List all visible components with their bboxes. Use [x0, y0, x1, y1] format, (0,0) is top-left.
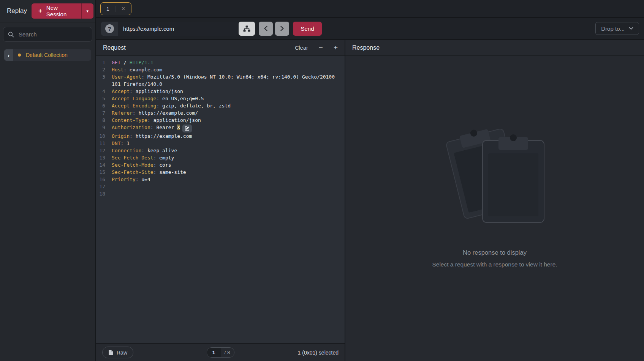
- font-increase-button[interactable]: +: [334, 44, 338, 51]
- code-line[interactable]: 16Priority: u=4: [96, 176, 345, 183]
- header-value-token: Bearer: [156, 125, 174, 130]
- code-line[interactable]: 7Referer: https://example.com/: [96, 109, 345, 117]
- pager-total-label: / 8: [221, 348, 234, 357]
- header-name-token: Connection: [112, 148, 141, 153]
- line-number: 9: [96, 124, 105, 132]
- line-number: 2: [96, 66, 105, 73]
- request-code: 1GET / HTTP/1.12Host: example.com3User-A…: [96, 59, 345, 197]
- header-name-token: Sec-Fetch-Site: [112, 169, 153, 175]
- selection-status: 1 (0x01) selected: [298, 350, 339, 356]
- raw-label: Raw: [117, 350, 127, 356]
- header-name-token: Priority: [112, 177, 136, 182]
- line-number: 12: [96, 147, 105, 154]
- header-value-token: application/json: [153, 117, 201, 123]
- drop-to-label: Drop to...: [601, 25, 625, 32]
- chevron-down-icon: [629, 27, 633, 30]
- code-line[interactable]: 3User-Agent: Mozilla/5.0 (Windows NT 10.…: [96, 73, 345, 88]
- code-line[interactable]: 5Accept-Language: en-US,en;q=0.5: [96, 95, 345, 102]
- new-session-dropdown-button[interactable]: ▾: [81, 3, 93, 19]
- url-bar: ?: [101, 22, 238, 36]
- line-number: 13: [96, 154, 105, 161]
- code-token: [159, 103, 162, 109]
- line-content: GET / HTTP/1.1: [105, 59, 153, 66]
- new-session-label: New Session: [46, 5, 74, 17]
- code-line[interactable]: 18: [96, 190, 345, 197]
- code-line[interactable]: 2Host: example.com: [96, 66, 345, 73]
- history-forward-button[interactable]: [275, 22, 289, 36]
- footer-left: Raw: [102, 347, 207, 358]
- response-panel-title: Response: [352, 44, 380, 51]
- code-line[interactable]: 10Origin: https://example.com: [96, 132, 345, 140]
- collection-label: Default Collection: [26, 52, 68, 58]
- sitemap-button[interactable]: [239, 22, 255, 36]
- code-token: [159, 96, 162, 101]
- line-content: Referer: https://example.com/: [105, 109, 198, 117]
- code-line[interactable]: 9Authorization: Bearer X: [96, 124, 345, 132]
- front-clipboard: [483, 134, 544, 222]
- selected-text-token[interactable]: X: [177, 125, 180, 130]
- code-line[interactable]: 14Sec-Fetch-Mode: cors: [96, 161, 345, 169]
- header-name-token: DNT: [112, 140, 120, 146]
- response-empty-state: No response to display Select a request …: [345, 56, 644, 361]
- code-line[interactable]: 4Accept: application/json: [96, 88, 345, 95]
- help-icon: ?: [105, 24, 114, 33]
- code-line[interactable]: 8Content-Type: application/json: [96, 117, 345, 124]
- drop-to-dropdown[interactable]: Drop to...: [595, 22, 639, 35]
- code-line[interactable]: 11DNT: 1: [96, 140, 345, 147]
- header-value-token: same-site: [159, 169, 186, 175]
- history-back-button[interactable]: [259, 22, 273, 36]
- line-number: 17: [96, 183, 105, 190]
- code-line[interactable]: 15Sec-Fetch-Site: same-site: [96, 169, 345, 176]
- close-icon[interactable]: ×: [116, 5, 131, 12]
- clipboards-illustration: [441, 118, 548, 234]
- code-token: [144, 148, 147, 153]
- code-line[interactable]: 12Connection: keep-alive: [96, 147, 345, 154]
- line-number: 4: [96, 88, 105, 95]
- header-value-token: empty: [159, 155, 174, 161]
- header-value-token: gzip, deflate, br, zstd: [162, 103, 231, 109]
- send-button[interactable]: Send: [293, 22, 322, 36]
- search-input[interactable]: [18, 31, 87, 38]
- http-version-token: HTTP/1.1: [130, 60, 153, 65]
- connection-info-button[interactable]: ?: [101, 22, 118, 36]
- line-number: 14: [96, 161, 105, 169]
- line-content: [105, 183, 112, 190]
- header-value-token: u=4: [141, 177, 150, 182]
- header-name-token: Sec-Fetch-Dest: [112, 155, 153, 161]
- search-icon: [8, 32, 14, 38]
- sidebar-item-default-collection[interactable]: › Default Collection: [4, 49, 91, 61]
- line-number: 1: [96, 59, 105, 66]
- header-value-token: application/json: [136, 88, 183, 94]
- code-line[interactable]: 17: [96, 183, 345, 190]
- code-line[interactable]: 6Accept-Encoding: gzip, deflate, br, zst…: [96, 102, 345, 109]
- request-toolbar: ? Send Drop to...: [96, 18, 644, 40]
- line-content: Sec-Fetch-Mode: cors: [105, 161, 171, 169]
- code-token: :: [133, 110, 136, 116]
- session-tab-1[interactable]: 1 ×: [100, 2, 131, 15]
- response-panel: Response: [345, 40, 644, 361]
- code-line[interactable]: 1GET / HTTP/1.1: [96, 59, 345, 66]
- line-number: 11: [96, 140, 105, 147]
- header-name-token: Content-Type: [112, 117, 147, 123]
- new-session-main[interactable]: + New Session: [32, 3, 81, 19]
- request-panel-header: Request Clear − +: [96, 40, 345, 56]
- code-token: :: [150, 125, 153, 130]
- pager-current-input[interactable]: 1: [207, 348, 221, 357]
- code-token: [150, 117, 153, 123]
- header-value-token: 1: [127, 140, 130, 146]
- content-split: Request Clear − + 1GET / HTTP/1.12Host: …: [96, 40, 644, 361]
- clear-button[interactable]: Clear: [295, 45, 308, 51]
- code-line[interactable]: 13Sec-Fetch-Dest: empty: [96, 154, 345, 161]
- sitemap-icon: [243, 25, 250, 32]
- header-name-token: Referer: [112, 110, 133, 116]
- font-decrease-button[interactable]: −: [319, 44, 323, 51]
- new-session-button[interactable]: + New Session ▾: [32, 3, 93, 19]
- raw-view-button[interactable]: Raw: [102, 347, 133, 358]
- collection-expand-button[interactable]: ›: [4, 49, 13, 61]
- line-number: 5: [96, 95, 105, 102]
- chevron-right-icon: [280, 26, 284, 31]
- edit-icon[interactable]: [182, 125, 192, 132]
- request-editor[interactable]: 1GET / HTTP/1.12Host: example.com3User-A…: [96, 56, 345, 343]
- line-content: Authorization: Bearer X: [105, 124, 192, 132]
- url-input[interactable]: [118, 22, 238, 36]
